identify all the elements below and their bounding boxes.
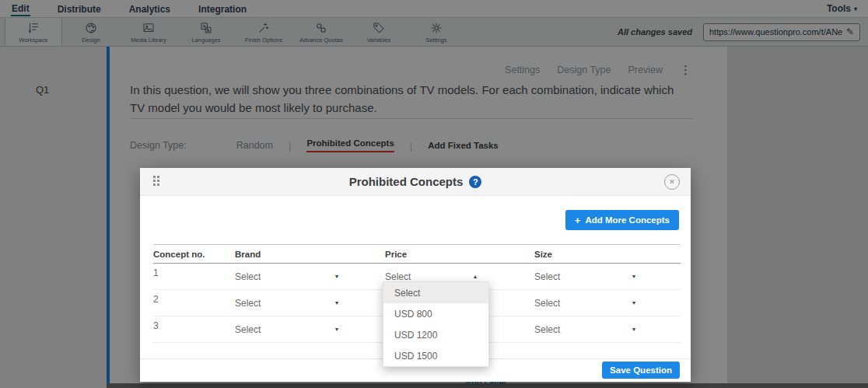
save-question-button[interactable]: Save Question: [602, 362, 680, 379]
select-value: Select: [534, 271, 560, 282]
concept-number: 2: [153, 290, 235, 305]
price-select-row1[interactable]: Select▴: [385, 271, 477, 282]
add-more-concepts-button[interactable]: + Add More Concepts: [565, 210, 679, 230]
table-header-row: Concept no. Brand Price Size: [153, 244, 681, 264]
caret-down-icon: ▾: [335, 326, 338, 333]
col-header-price: Price: [385, 250, 534, 259]
brand-select-row2[interactable]: Select▾: [235, 298, 338, 309]
modal-header: Prohibited Concepts ? ✕: [140, 168, 691, 196]
size-select-row1[interactable]: Select▾: [534, 271, 635, 282]
select-value: Select: [534, 298, 560, 309]
select-value: Select: [385, 271, 411, 282]
col-header-concept-no: Concept no.: [153, 250, 235, 259]
close-icon[interactable]: ✕: [664, 174, 680, 190]
dropdown-option-usd-1500[interactable]: USD 1500: [383, 345, 488, 366]
dropdown-option-usd-800[interactable]: USD 800: [383, 303, 488, 324]
price-dropdown-menu: Select USD 800 USD 1200 USD 1500: [383, 281, 489, 367]
col-header-size: Size: [534, 250, 681, 259]
modal-title-wrap: Prohibited Concepts ?: [349, 175, 482, 188]
caret-down-icon: ▾: [335, 299, 338, 306]
concept-number: 1: [153, 264, 235, 278]
size-select-row3[interactable]: Select▾: [534, 324, 635, 335]
caret-down-icon: ▾: [335, 273, 338, 280]
caret-down-icon: ▾: [632, 299, 635, 306]
dropdown-option-usd-1200[interactable]: USD 1200: [383, 324, 488, 345]
brand-select-row3[interactable]: Select▾: [235, 324, 338, 335]
concept-number: 3: [153, 316, 235, 331]
modal-title: Prohibited Concepts: [349, 175, 464, 188]
plus-icon: +: [575, 215, 581, 226]
dropdown-option-select[interactable]: Select: [383, 282, 488, 303]
caret-down-icon: ▾: [632, 273, 635, 280]
help-icon[interactable]: ?: [469, 176, 481, 188]
select-value: Select: [235, 324, 261, 335]
add-more-concepts-label: Add More Concepts: [585, 215, 670, 225]
select-value: Select: [534, 324, 560, 335]
brand-select-row1[interactable]: Select▾: [235, 271, 338, 282]
size-select-row2[interactable]: Select▾: [534, 298, 635, 309]
col-header-brand: Brand: [235, 250, 385, 259]
select-value: Select: [235, 271, 261, 282]
select-value: Select: [235, 298, 261, 309]
drag-handle-icon[interactable]: [153, 176, 160, 187]
caret-up-icon: ▴: [474, 273, 477, 280]
caret-down-icon: ▾: [632, 326, 635, 333]
